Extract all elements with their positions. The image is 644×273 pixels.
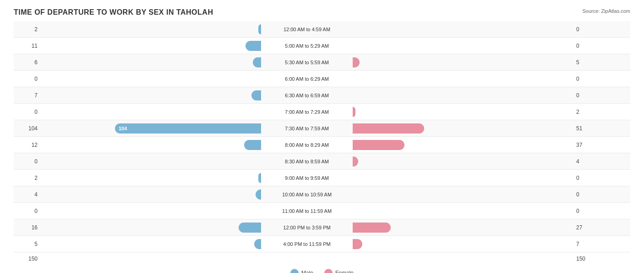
source-text: Source: ZipAtlas.com — [582, 8, 630, 14]
female-bar — [353, 223, 391, 233]
female-value: 2 — [573, 109, 600, 115]
time-label: 12:00 PM to 3:59 PM — [261, 225, 353, 230]
time-label: 5:30 AM to 5:59 AM — [261, 60, 353, 65]
chart-row: 54:00 PM to 11:59 PM7 — [14, 236, 630, 252]
male-bar-area — [41, 189, 261, 200]
male-bar-area — [41, 239, 261, 249]
male-value: 2 — [14, 175, 41, 181]
time-label: 8:30 AM to 8:59 AM — [261, 159, 353, 164]
chart-row: 011:00 AM to 11:59 AM0 — [14, 203, 630, 219]
chart-area: 212:00 AM to 4:59 AM0115:00 AM to 5:29 A… — [14, 21, 630, 252]
time-label: 11:00 AM to 11:59 AM — [261, 208, 353, 214]
male-value: 0 — [14, 76, 41, 82]
male-value: 7 — [14, 92, 41, 99]
female-value: 0 — [573, 76, 600, 82]
female-value: 0 — [573, 191, 600, 198]
male-bar-area — [41, 41, 261, 51]
male-value: 5 — [14, 241, 41, 247]
chart-row: 76:30 AM to 6:59 AM0 — [14, 87, 630, 104]
female-value: 0 — [573, 175, 600, 181]
female-swatch — [324, 269, 333, 273]
female-value: 0 — [573, 92, 600, 99]
female-bar-area — [353, 156, 573, 167]
female-value: 27 — [573, 224, 600, 231]
chart-row: 65:30 AM to 5:59 AM5 — [14, 54, 630, 71]
time-label: 6:30 AM to 6:59 AM — [261, 93, 353, 98]
legend: Male Female — [14, 269, 630, 273]
female-value: 7 — [573, 241, 600, 247]
male-value: 16 — [14, 224, 41, 231]
female-value: 0 — [573, 26, 600, 33]
chart-row: 08:30 AM to 8:59 AM4 — [14, 153, 630, 170]
male-bar-area — [41, 90, 261, 100]
time-label: 12:00 AM to 4:59 AM — [261, 27, 353, 32]
chart-row: 06:00 AM to 6:29 AM0 — [14, 71, 630, 87]
female-value: 37 — [573, 142, 600, 148]
male-value: 0 — [14, 158, 41, 165]
time-label: 7:00 AM to 7:29 AM — [261, 109, 353, 115]
female-value: 51 — [573, 125, 600, 132]
male-bar-area — [41, 173, 261, 183]
female-bar — [353, 57, 360, 67]
female-bar-area — [353, 107, 573, 117]
male-value: 2 — [14, 26, 41, 33]
time-label: 10:00 AM to 10:59 AM — [261, 192, 353, 197]
chart-row: 115:00 AM to 5:29 AM0 — [14, 38, 630, 54]
female-bar-area — [353, 57, 573, 67]
chart-title: TIME OF DEPARTURE TO WORK BY SEX IN TAHO… — [14, 8, 630, 17]
male-legend-label: Male — [301, 270, 313, 273]
male-value: 0 — [14, 109, 41, 115]
time-label: 4:00 PM to 11:59 PM — [261, 241, 353, 247]
male-value: 4 — [14, 191, 41, 198]
female-value: 0 — [573, 208, 600, 214]
male-bar-area: 104 — [41, 123, 261, 134]
chart-row: 1612:00 PM to 3:59 PM27 — [14, 219, 630, 236]
axis-left-label: 150 — [14, 256, 41, 262]
chart-row: 128:00 AM to 8:29 AM37 — [14, 137, 630, 153]
male-bar — [256, 189, 261, 200]
time-label: 6:00 AM to 6:29 AM — [261, 76, 353, 82]
male-bar: 104 — [115, 123, 261, 134]
chart-row: 29:00 AM to 9:59 AM0 — [14, 170, 630, 186]
time-label: 8:00 AM to 8:29 AM — [261, 142, 353, 148]
male-bar-area — [41, 223, 261, 233]
chart-row: 410:00 AM to 10:59 AM0 — [14, 186, 630, 203]
time-label: 9:00 AM to 9:59 AM — [261, 175, 353, 181]
male-bar — [246, 41, 261, 51]
female-bar-area — [353, 123, 573, 134]
chart-row: 1041047:30 AM to 7:59 AM51 — [14, 120, 630, 137]
male-value: 12 — [14, 142, 41, 148]
legend-female: Female — [324, 269, 354, 273]
female-bar-area — [353, 223, 573, 233]
chart-row: 212:00 AM to 4:59 AM0 — [14, 21, 630, 38]
female-bar — [353, 140, 404, 150]
chart-container: TIME OF DEPARTURE TO WORK BY SEX IN TAHO… — [0, 0, 644, 273]
male-value: 104 — [14, 125, 41, 132]
female-legend-label: Female — [335, 270, 354, 273]
male-bar — [251, 90, 261, 100]
male-value: 6 — [14, 59, 41, 66]
male-swatch — [290, 269, 299, 273]
male-bar — [244, 140, 261, 150]
legend-male: Male — [290, 269, 313, 273]
axis-right-label: 150 — [573, 256, 600, 262]
male-bar — [239, 223, 261, 233]
male-bar-area — [41, 140, 261, 150]
female-value: 0 — [573, 43, 600, 49]
male-value: 0 — [14, 208, 41, 214]
female-value: 5 — [573, 59, 600, 66]
female-bar-area — [353, 140, 573, 150]
female-bar — [353, 123, 424, 134]
time-label: 5:00 AM to 5:29 AM — [261, 43, 353, 49]
axis-row: 150 150 — [14, 252, 630, 265]
chart-row: 07:00 AM to 7:29 AM2 — [14, 104, 630, 120]
female-value: 4 — [573, 158, 600, 165]
female-bar — [353, 156, 358, 167]
time-label: 7:30 AM to 7:59 AM — [261, 126, 353, 131]
male-bar — [254, 239, 261, 249]
female-bar — [353, 239, 362, 249]
female-bar — [353, 107, 355, 117]
male-value: 11 — [14, 43, 41, 49]
male-bar — [253, 57, 261, 67]
male-bar-area — [41, 57, 261, 67]
